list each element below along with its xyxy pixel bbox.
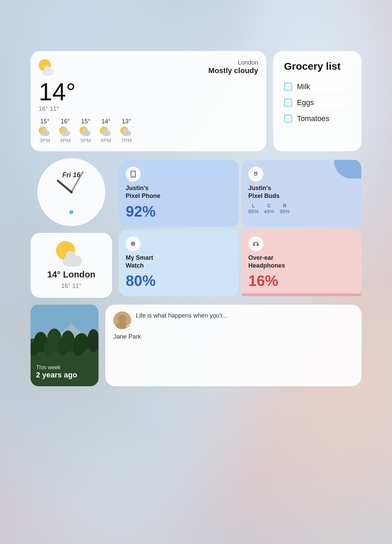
forecast-item-6pm: 14° 6PM [100, 118, 112, 143]
buds-channels: L 85% C 49% R 95% [248, 203, 355, 214]
weather-current-temp: 14° [39, 80, 258, 104]
svg-rect-7 [253, 244, 255, 246]
message-sender-name: Jane Park [113, 333, 353, 340]
grocery-title: Grocery list [284, 61, 351, 72]
svg-point-24 [118, 315, 126, 323]
svg-point-20 [44, 341, 55, 356]
forecast-time: 3PM [40, 137, 50, 143]
buds-icon [248, 167, 263, 182]
grocery-item-eggs[interactable]: Eggs [284, 95, 351, 111]
battery-widget-headphones[interactable]: Over-earHeadphones 16% [242, 230, 361, 296]
forecast-icon-sun-cloud [59, 126, 71, 136]
forecast-icon-sun-cloud [39, 126, 51, 136]
headphones-battery: 16% [248, 272, 355, 289]
forecast-time: 7PM [121, 137, 132, 143]
battery-grid: Justin'sPixel Phone 92% Justin'sPixel Bu… [119, 160, 361, 296]
weather-hi-lo: 16° 11° [39, 105, 258, 113]
memories-years-label: 2 years ago [36, 371, 77, 379]
clock-indicator-dot [69, 210, 73, 214]
smart-watch-battery: 80% [126, 272, 232, 289]
buds-center-channel: C 49% [264, 203, 274, 214]
sender-avatar [113, 311, 131, 329]
weather-small-temp: 14° London [47, 269, 95, 280]
forecast-temp: 15° [81, 118, 90, 125]
online-indicator [126, 324, 130, 328]
grocery-checkbox-eggs[interactable] [284, 99, 292, 107]
forecast-icon-sun-cloud [120, 126, 132, 136]
memories-text: This week 2 years ago [36, 364, 77, 379]
message-top: Life is what happens when you'r... [113, 311, 353, 329]
forecast-item-7pm: 13° 7PM [120, 118, 132, 143]
clock-date: Fri 16 [62, 171, 80, 179]
svg-rect-8 [257, 244, 259, 246]
headphones-icon [248, 236, 263, 251]
battery-widget-smart-watch[interactable]: My SmartWatch 80% [119, 230, 239, 296]
svg-point-6 [132, 243, 134, 244]
memories-week-label: This week [36, 364, 77, 371]
memories-widget[interactable]: This week 2 years ago [31, 305, 99, 386]
svg-point-22 [73, 342, 84, 356]
svg-point-2 [254, 173, 257, 175]
grocery-label-eggs: Eggs [297, 98, 314, 107]
clock-center-dot [70, 191, 73, 193]
weather-location: London Mostly cloudy [208, 59, 258, 75]
grocery-label-tomatoes: Tomatoes [297, 114, 329, 123]
battery-low-bar [242, 293, 361, 296]
forecast-temp: 14° [101, 118, 110, 125]
buds-left-channel: L 85% [248, 203, 259, 214]
memories-background: This week 2 years ago [31, 305, 99, 386]
buds-corner-accent [334, 160, 361, 178]
weather-forecast: 15° 3PM 16° 4PM 15° [39, 118, 258, 143]
grocery-label-milk: Milk [297, 82, 310, 91]
forecast-item-4pm: 16° 4PM [59, 118, 71, 143]
forecast-temp: 13° [122, 118, 131, 125]
weather-city: London [208, 59, 258, 66]
pixel-buds-name: Justin'sPixel Buds [248, 184, 355, 200]
weather-condition: Mostly cloudy [208, 66, 258, 75]
battery-widget-pixel-phone[interactable]: Justin'sPixel Phone 92% [119, 160, 239, 227]
weather-small-widget[interactable]: 14° London 16° 11° [31, 233, 112, 298]
cloud-icon [63, 256, 82, 267]
pixel-phone-battery: 92% [126, 203, 232, 220]
forecast-temp: 15° [40, 118, 49, 125]
svg-rect-3 [131, 242, 135, 245]
grocery-checkbox-tomatoes[interactable] [284, 115, 292, 123]
forecast-item-3pm: 15° 3PM [39, 118, 51, 143]
message-preview-text: Life is what happens when you'r... [136, 311, 228, 320]
grocery-widget[interactable]: Grocery list Milk Eggs Tomatoes [273, 51, 361, 151]
buds-right-channel: R 95% [280, 203, 290, 214]
message-widget[interactable]: Life is what happens when you'r... Jane … [105, 305, 361, 386]
weather-widget[interactable]: London Mostly cloudy 14° 16° 11° 15° 3PM… [31, 51, 266, 151]
svg-point-21 [58, 339, 68, 356]
grocery-checkbox-milk[interactable] [284, 83, 292, 91]
grocery-item-milk[interactable]: Milk [284, 79, 351, 95]
forecast-icon-sun-cloud [79, 126, 92, 136]
smart-watch-name: My SmartWatch [126, 254, 232, 270]
clock-widget[interactable]: Fri 16 [37, 158, 105, 226]
forecast-icon-sun-cloud [100, 126, 112, 136]
weather-small-hilo: 16° 11° [61, 283, 81, 290]
weather-icon [39, 59, 56, 77]
pixel-phone-name: Justin'sPixel Phone [126, 184, 232, 200]
headphones-name: Over-earHeadphones [248, 254, 355, 270]
forecast-time: 5PM [81, 137, 91, 143]
forecast-time: 4PM [60, 137, 71, 143]
watch-icon [126, 236, 141, 251]
forecast-temp: 16° [60, 118, 70, 125]
forecast-item-5pm: 15° 5PM [79, 118, 92, 143]
battery-widget-pixel-buds[interactable]: Justin'sPixel Buds L 85% C 49% R 95% [242, 160, 361, 227]
weather-small-icon [56, 241, 87, 267]
grocery-item-tomatoes[interactable]: Tomatoes [284, 111, 351, 126]
clock-hour-hand [56, 179, 72, 193]
phone-icon [126, 167, 141, 182]
forecast-time: 6PM [101, 137, 111, 143]
